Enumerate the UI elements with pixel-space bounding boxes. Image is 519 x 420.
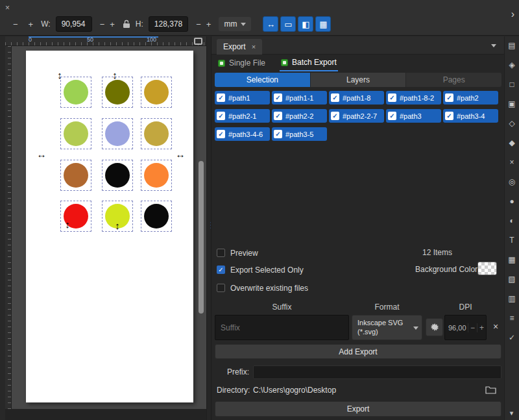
close-icon[interactable]: × <box>5 3 10 12</box>
path-chip[interactable]: ✓#path1 <box>215 91 270 105</box>
selection-handle-vertical-icon[interactable]: ↕ <box>110 69 120 81</box>
path-chip[interactable]: ✓#path3 <box>386 109 441 123</box>
canvas[interactable]: ↕↕↔↔↕↕ <box>12 46 206 409</box>
snap-rotation-centers-icon[interactable]: ◐ <box>509 217 514 225</box>
checkbox-checked-icon[interactable]: ✓ <box>445 93 453 102</box>
canvas-circle[interactable] <box>105 163 130 188</box>
tab-selection[interactable]: Selection <box>215 73 310 87</box>
tab-batch-export[interactable]: Batch Export <box>280 55 338 71</box>
selection-handle-horizontal-icon[interactable]: ↔ <box>36 149 47 160</box>
preview-checkbox[interactable] <box>217 249 225 257</box>
path-chip[interactable]: ✓#path2-2-7 <box>329 109 384 123</box>
height-plus-icon[interactable]: + <box>204 19 214 29</box>
suffix-input[interactable] <box>215 315 349 340</box>
unit-dropdown[interactable]: mm <box>219 17 251 31</box>
height-field[interactable]: 128,378 <box>149 16 188 32</box>
snap-midpoints-icon[interactable]: ◎ <box>509 178 515 186</box>
spin-minus-icon[interactable]: − <box>10 19 21 29</box>
width-plus-icon[interactable]: + <box>107 19 117 29</box>
canvas-circle[interactable] <box>105 80 130 105</box>
snap-grid-icon[interactable]: ▦ <box>508 256 515 264</box>
path-chip[interactable]: ✓#path3-5 <box>272 127 327 141</box>
checkbox-checked-icon[interactable]: ✓ <box>331 93 339 102</box>
canvas-circle[interactable] <box>64 121 88 146</box>
tab-layers[interactable]: Layers <box>310 73 406 87</box>
dpi-minus-icon[interactable]: − <box>468 323 477 332</box>
snap-object-centers-icon[interactable]: ● <box>509 197 514 206</box>
width-field[interactable]: 90,954 <box>56 16 92 32</box>
canvas-circle[interactable] <box>64 80 88 105</box>
dpi-plus-icon[interactable]: + <box>477 323 486 332</box>
checkbox-checked-icon[interactable]: ✓ <box>388 93 396 102</box>
export-selected-checkbox[interactable]: ✓ <box>217 266 225 274</box>
browse-folder-button[interactable] <box>484 384 497 395</box>
snap-page-border-icon[interactable]: ▥ <box>508 295 515 303</box>
checkbox-checked-icon[interactable]: ✓ <box>217 130 225 138</box>
canvas-circle[interactable] <box>144 80 169 105</box>
checkbox-checked-icon[interactable]: ✓ <box>274 93 282 102</box>
canvas-circle[interactable] <box>105 121 130 146</box>
selection-handle-horizontal-icon[interactable]: ↔ <box>175 149 186 160</box>
path-chip[interactable]: ✓#path1-8-2 <box>386 91 441 105</box>
selection-handle-vertical-icon[interactable]: ↕ <box>62 219 73 230</box>
tab-pages[interactable]: Pages <box>405 73 501 87</box>
remove-export-row-icon[interactable]: × <box>490 321 501 333</box>
checkbox-checked-icon[interactable]: ✓ <box>274 130 282 138</box>
lock-icon[interactable] <box>123 19 130 29</box>
background-color-swatch[interactable] <box>477 262 497 275</box>
checkbox-checked-icon[interactable]: ✓ <box>445 112 453 120</box>
snap-bounding-box-icon[interactable]: □ <box>509 80 514 89</box>
snap-cusp-nodes-icon[interactable]: ◆ <box>509 139 514 147</box>
scale-rect-corners-button[interactable]: ▭ <box>280 16 296 32</box>
canvas-circle[interactable] <box>144 121 169 146</box>
overwrite-checkbox[interactable] <box>217 284 225 292</box>
snap-bbox-corners-icon[interactable]: ▣ <box>508 100 515 108</box>
snap-intersections-icon[interactable]: × <box>509 158 514 167</box>
checkbox-checked-icon[interactable]: ✓ <box>217 112 225 120</box>
vertical-ruler[interactable] <box>5 46 12 409</box>
export-button[interactable]: Export <box>215 401 501 417</box>
transform-patterns-button[interactable]: ▦ <box>315 16 331 32</box>
path-chip[interactable]: ✓#path2-2 <box>272 109 327 123</box>
dpi-spinner[interactable]: 96,00 − + <box>444 315 487 340</box>
height-minus-icon[interactable]: − <box>193 19 204 29</box>
transform-gradients-button[interactable]: ◧ <box>298 16 313 32</box>
horizontal-ruler[interactable]: 0 50 100 <box>5 36 206 46</box>
export-dialog-tab[interactable]: Export × <box>217 39 262 55</box>
canvas-circle[interactable] <box>144 163 169 188</box>
snap-guides-icon[interactable]: ▧ <box>508 275 515 284</box>
rail-collapse-chevron-icon[interactable]: ▾ <box>504 409 519 417</box>
spin-plus-icon[interactable]: + <box>26 19 36 29</box>
snap-alignment-icon[interactable]: ≡ <box>509 314 514 323</box>
snap-confirm-icon[interactable]: ✓ <box>509 334 515 342</box>
tab-single-file[interactable]: Single File <box>217 55 267 71</box>
format-settings-button[interactable] <box>426 318 443 336</box>
snap-enable-icon[interactable]: ◈ <box>509 61 514 69</box>
width-minus-icon[interactable]: − <box>97 19 108 29</box>
selection-handle-vertical-icon[interactable]: ↕ <box>54 69 65 81</box>
vertical-scrollbar[interactable] <box>199 161 204 314</box>
path-chip[interactable]: ✓#path2 <box>443 91 498 105</box>
checkbox-checked-icon[interactable]: ✓ <box>388 112 396 120</box>
path-chip[interactable]: ✓#path1-8 <box>329 91 384 105</box>
add-export-button[interactable]: Add Export <box>215 344 501 359</box>
close-tab-icon[interactable]: × <box>252 43 256 51</box>
scale-stroke-width-button[interactable]: ↔ <box>263 16 278 32</box>
format-dropdown[interactable]: Inkscape SVG (*.svg) <box>352 315 422 340</box>
path-chip[interactable]: ✓#path2-1 <box>215 109 270 123</box>
prefix-input[interactable] <box>253 365 501 379</box>
checkbox-checked-icon[interactable]: ✓ <box>331 112 339 120</box>
checkbox-checked-icon[interactable]: ✓ <box>274 112 282 120</box>
dialog-menu-chevron-icon[interactable] <box>491 44 496 47</box>
checkbox-checked-icon[interactable]: ✓ <box>217 93 225 102</box>
path-chip[interactable]: ✓#path1-1 <box>272 91 327 105</box>
snap-nodes-icon[interactable]: ◇ <box>509 119 514 128</box>
snap-text-baselines-icon[interactable]: T <box>509 236 514 245</box>
selection-handle-vertical-icon[interactable]: ↕ <box>112 220 123 232</box>
document-page-icon[interactable]: ▤ <box>508 42 515 50</box>
path-chip[interactable]: ✓#path3-4 <box>443 109 498 123</box>
toolbar-overflow-icon[interactable]: › <box>511 8 514 20</box>
display-icon[interactable] <box>194 38 202 45</box>
canvas-circle[interactable] <box>144 204 169 229</box>
path-chip[interactable]: ✓#path3-4-6 <box>215 127 270 141</box>
